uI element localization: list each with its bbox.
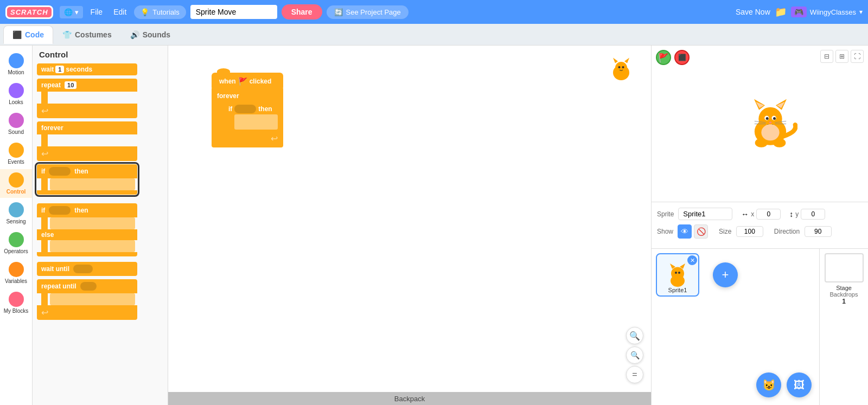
globe-arrow: ▾	[75, 8, 79, 16]
tab-sounds[interactable]: 🔊 Sounds	[121, 25, 180, 44]
forever-block[interactable]: forever ↩	[37, 121, 137, 161]
project-name-input[interactable]	[190, 5, 277, 19]
sidebar-item-sensing[interactable]: Sensing	[0, 199, 32, 228]
sidebar-item-variables[interactable]: Variables	[0, 259, 32, 287]
forever-arm: if then	[223, 101, 280, 132]
bottom-actions: 😺 🖼	[756, 372, 812, 397]
backpack-bar[interactable]: Backpack	[168, 392, 651, 405]
shrink-stage-button[interactable]: ⊟	[820, 50, 833, 63]
myblocks-dot	[9, 292, 24, 307]
zoom-in-button[interactable]: 🔍	[626, 327, 643, 344]
add-extension-button[interactable]: 😺	[756, 372, 781, 397]
y-input[interactable]	[801, 209, 825, 220]
code-blocks-group: when 🚩 clicked forever if then	[212, 73, 283, 147]
file-menu[interactable]: File	[87, 8, 106, 16]
globe-icon: 🌐	[64, 8, 73, 16]
zoom-in-icon: 🔍	[629, 331, 640, 341]
direction-input[interactable]	[805, 226, 832, 237]
folder-button[interactable]: 📁	[775, 6, 787, 18]
zoom-controls: 🔍 🔍 =	[626, 327, 643, 383]
sidebar-item-control[interactable]: Control	[0, 169, 32, 198]
forever-block-canvas[interactable]: forever if then	[212, 88, 283, 147]
stage-section: Stage Backdrops 1	[819, 249, 868, 405]
sprite-thumb-sprite1[interactable]: ✕ Sprite1	[656, 253, 699, 297]
x-input[interactable]	[756, 209, 781, 220]
fullscreen-button[interactable]: ⛶	[851, 50, 864, 63]
if-then-block[interactable]: if then	[37, 164, 137, 195]
cat-in-stage-area	[743, 95, 797, 152]
sidebar-item-operators[interactable]: Operators	[0, 229, 32, 258]
add-backdrop-button[interactable]: 🖼	[787, 372, 812, 397]
repeat-block-group: repeat 10 ↩	[37, 79, 163, 118]
stop-button[interactable]: ⬛	[674, 50, 690, 65]
sidebar-item-motion[interactable]: Motion	[0, 50, 32, 79]
zoom-fit-button[interactable]: =	[626, 366, 643, 383]
normal-stage-button[interactable]: ⊞	[835, 50, 848, 63]
svg-point-22	[773, 138, 786, 147]
topbar: SCRATCH 🌐 ▾ File Edit 💡 Tutorials Share …	[0, 0, 868, 24]
share-button[interactable]: Share	[282, 4, 322, 20]
show-buttons: 👁 🚫	[678, 224, 708, 239]
fullscreen-icon: ⛶	[854, 53, 860, 60]
x-label: x	[751, 210, 754, 218]
refresh-icon: 🔄	[334, 8, 343, 16]
zoom-fit-icon: =	[632, 370, 637, 380]
if-else-block[interactable]: if then else	[37, 203, 137, 256]
tab-costumes[interactable]: 👕 Costumes	[53, 25, 121, 44]
svg-point-15	[773, 117, 776, 120]
svg-point-28	[678, 272, 680, 274]
edit-menu[interactable]: Edit	[110, 8, 130, 16]
size-input[interactable]	[736, 226, 763, 237]
if-condition	[234, 105, 256, 113]
stage-editor: when 🚩 clicked forever if then	[168, 46, 651, 405]
repeat-block[interactable]: repeat 10 ↩	[37, 79, 137, 118]
svg-point-14	[766, 117, 769, 120]
when-clicked-block[interactable]: when 🚩 clicked	[212, 73, 283, 89]
sidebar-item-looks[interactable]: Looks	[0, 80, 32, 108]
category-panel: Motion Looks Sound Events Control Sensin…	[0, 46, 33, 405]
green-flag-button[interactable]: 🚩	[656, 50, 671, 65]
svg-point-4	[618, 66, 621, 68]
events-dot	[9, 143, 24, 158]
sidebar-item-events[interactable]: Events	[0, 139, 32, 168]
events-label: Events	[8, 159, 24, 165]
right-panel: 🚩 ⬛ ⊟ ⊞ ⛶	[651, 46, 868, 405]
zoom-out-button[interactable]: 🔍	[626, 346, 643, 364]
scratch-logo[interactable]: SCRATCH	[5, 5, 53, 19]
sprite-in-editor[interactable]	[608, 56, 635, 86]
if-else-block-group: if then else	[37, 203, 163, 256]
sidebar-item-sound[interactable]: Sound	[0, 110, 32, 138]
show-hidden-button[interactable]: 🚫	[694, 224, 708, 239]
wait-block[interactable]: wait 1 seconds	[37, 63, 137, 75]
sprite1-preview-svg	[664, 261, 691, 288]
language-button[interactable]: 🌐 ▾	[60, 6, 83, 18]
add-sprite-area: +	[704, 253, 747, 297]
tutorials-button[interactable]: 💡 Tutorials	[134, 5, 186, 19]
sprite1-delete-button[interactable]: ✕	[687, 255, 697, 265]
sound-dot	[9, 113, 24, 128]
size-label: Size	[719, 228, 731, 235]
sidebar-item-myblocks[interactable]: My Blocks	[0, 288, 32, 317]
myblocks-label: My Blocks	[4, 308, 29, 314]
tabs-row: ⬛ Code 👕 Costumes 🔊 Sounds	[0, 24, 868, 46]
stage-thumbnail[interactable]	[825, 253, 864, 282]
save-now-button[interactable]: Save Now	[736, 8, 770, 16]
wait-until-block[interactable]: wait until	[37, 262, 137, 276]
forever-arrow: ↩	[214, 132, 280, 145]
show-visible-button[interactable]: 👁	[678, 224, 692, 239]
plus-icon: +	[722, 268, 729, 282]
normal-icon: ⊞	[839, 53, 845, 60]
repeat-until-block[interactable]: repeat until ↩	[37, 279, 137, 320]
zoom-out-icon: 🔍	[630, 351, 640, 359]
repeat-until-block-group: repeat until ↩	[37, 279, 163, 320]
cat-in-stage-svg	[743, 95, 797, 150]
see-project-button[interactable]: 🔄 See Project Page	[327, 5, 409, 19]
cat-face-icon: 😺	[762, 378, 776, 391]
add-sprite-button[interactable]: +	[713, 262, 738, 287]
folder-icon: 📁	[775, 7, 787, 17]
if-then-canvas-block[interactable]: if then	[223, 101, 280, 132]
tab-code[interactable]: ⬛ Code	[3, 25, 53, 44]
sprite-name-input[interactable]	[678, 208, 732, 220]
operators-label: Operators	[4, 248, 28, 254]
user-menu[interactable]: 🎮 WiingyClasses ▾	[791, 7, 863, 17]
